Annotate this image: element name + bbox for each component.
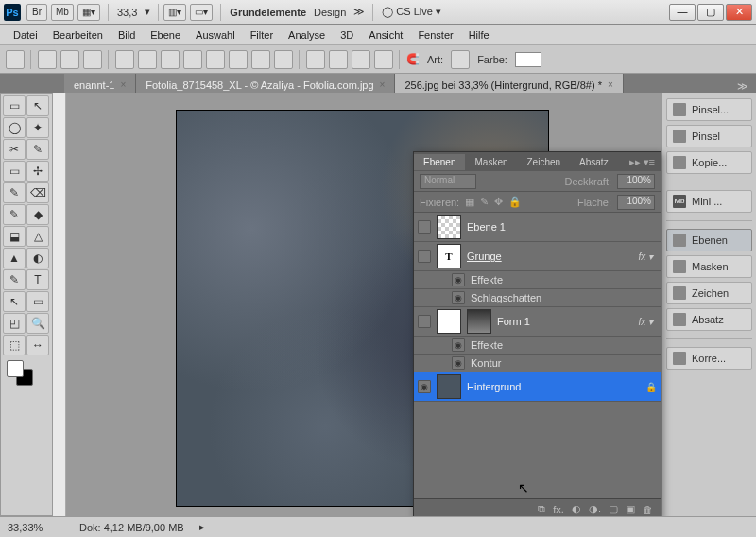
panel-tab-masken[interactable]: Masken [465,154,517,170]
layer-thumbnail[interactable] [437,309,461,334]
delete-layer-icon[interactable]: 🗑 [643,504,653,515]
tool-23[interactable]: ↔ [26,335,49,355]
menu-auswahl[interactable]: Auswahl [188,29,243,41]
opacity-input[interactable]: 100% [617,174,655,189]
dock-ebenen[interactable]: Ebenen [666,229,752,251]
cslive-button[interactable]: ◯ CS Live ▾ [378,6,445,18]
path-op-4[interactable] [374,50,393,69]
shape-layer-mode[interactable] [38,50,57,69]
fill-pixels-mode[interactable] [83,50,102,69]
adjustment-layer-icon[interactable]: ◑. [589,503,601,515]
tool-preset[interactable] [6,50,25,69]
fx-badge[interactable]: fx [638,251,657,262]
tool-13[interactable]: △ [26,226,49,247]
tool-6[interactable]: ▭ [3,161,26,182]
dock-masken[interactable]: Masken [666,255,752,278]
path-op-3[interactable] [352,50,370,69]
dock-pinsel[interactable]: Pinsel... [666,98,752,121]
workspace-design[interactable]: Design [310,7,350,18]
panel-tab-absatz[interactable]: Absatz [570,154,618,170]
layer-name[interactable]: Form 1 [497,316,632,327]
tool-12[interactable]: ⬓ [3,226,26,247]
close-tab-icon[interactable]: × [608,79,613,90]
close-button[interactable]: ✕ [726,4,752,21]
document-tab[interactable]: 256.jpg bei 33,3% (Hintergrund, RGB/8#) … [395,74,623,93]
lock-all-icon[interactable]: 🔒 [508,196,522,208]
layer-thumbnail[interactable] [437,215,461,239]
custom-shape-icon[interactable] [274,50,293,69]
visibility-icon[interactable] [418,315,431,328]
menu-ansicht[interactable]: Ansicht [361,29,410,41]
layer-row[interactable]: Effekte [414,271,661,289]
blend-mode-select[interactable]: Normal [420,174,476,189]
visibility-icon[interactable] [418,220,431,234]
visibility-icon[interactable] [452,291,465,304]
tool-5[interactable]: ✎ [26,139,49,160]
layer-row[interactable]: Ebene 1 [414,213,661,242]
layer-row[interactable]: Kontur [414,355,661,372]
tool-15[interactable]: ◐ [26,248,49,268]
layer-fx-icon[interactable]: fx. [553,504,564,515]
dock-mini[interactable]: MbMini ... [666,190,752,213]
visibility-icon[interactable] [452,356,465,370]
maximize-button[interactable]: ▢ [697,4,724,21]
tool-0[interactable]: ▭ [3,95,26,116]
tool-10[interactable]: ✎ [3,204,26,225]
magnet-icon[interactable]: 🧲 [406,53,420,65]
tool-8[interactable]: ✎ [3,182,26,203]
menu-3d[interactable]: 3D [333,29,361,41]
tool-18[interactable]: ↖ [3,291,26,312]
menu-analyse[interactable]: Analyse [281,29,333,41]
visibility-icon[interactable] [418,380,431,393]
ellipse-icon[interactable] [206,50,225,69]
minibridge-button[interactable]: Mb [51,4,74,21]
tabs-overflow[interactable]: ≫ [730,80,756,93]
panel-tab-zeichen[interactable]: Zeichen [518,154,571,170]
color-swatch[interactable] [515,52,541,67]
layer-name[interactable]: Grunge [467,251,632,262]
tool-21[interactable]: 🔍 [26,313,49,334]
menu-datei[interactable]: Datei [6,29,45,41]
foreground-color[interactable] [7,360,24,377]
layer-row[interactable]: TGrungefx [414,242,661,271]
lock-transparent-icon[interactable]: ▦ [465,196,474,208]
layer-mask-icon[interactable]: ◐ [572,503,581,515]
freeform-pen-icon[interactable] [138,50,157,69]
menu-bild[interactable]: Bild [111,29,143,41]
lock-pixels-icon[interactable]: ✎ [480,196,489,208]
visibility-icon[interactable] [452,273,465,286]
tool-4[interactable]: ✂ [3,139,26,160]
panel-tab-ebenen[interactable]: Ebenen [414,154,465,170]
layer-thumbnail[interactable]: T [437,244,461,268]
fill-input[interactable]: 100% [617,195,655,210]
tool-2[interactable]: ◯ [3,117,26,138]
document-tab[interactable]: enannt-1× [64,74,136,93]
dock-absatz[interactable]: Absatz [666,308,752,331]
tool-17[interactable]: T [26,269,49,290]
polygon-icon[interactable] [229,50,248,69]
tool-22[interactable]: ⬚ [3,335,26,355]
menu-fenster[interactable]: Fenster [410,29,460,41]
status-dok[interactable]: Dok: 4,12 MB/9,00 MB [79,522,184,533]
line-icon[interactable] [251,50,270,69]
layer-mask-thumbnail[interactable] [467,309,491,334]
tool-11[interactable]: ◆ [26,204,49,225]
layer-row[interactable]: Schlagschatten [414,289,661,307]
layer-name[interactable]: Hintergrund [467,381,640,392]
dock-kopie[interactable]: Kopie... [666,151,752,174]
layers-list[interactable]: Ebene 1TGrungefxEffekteSchlagschattenFor… [414,213,661,498]
visibility-icon[interactable] [452,338,465,352]
fx-badge[interactable]: fx [638,317,657,327]
pen-icon[interactable] [115,50,134,69]
layer-row[interactable]: Form 1fx [414,307,661,337]
tool-3[interactable]: ✦ [26,117,49,138]
layer-name[interactable]: Ebene 1 [467,221,657,233]
status-zoom[interactable]: 33,33% [8,522,64,533]
layer-thumbnail[interactable] [437,374,461,399]
panel-menu[interactable]: ▸▸ ▾≡ [624,156,661,168]
minimize-button[interactable]: — [669,4,696,21]
roundrect-icon[interactable] [183,50,202,69]
visibility-icon[interactable] [418,250,431,263]
menu-bearbeiten[interactable]: Bearbeiten [45,29,111,41]
bridge-button[interactable]: Br [26,4,47,21]
